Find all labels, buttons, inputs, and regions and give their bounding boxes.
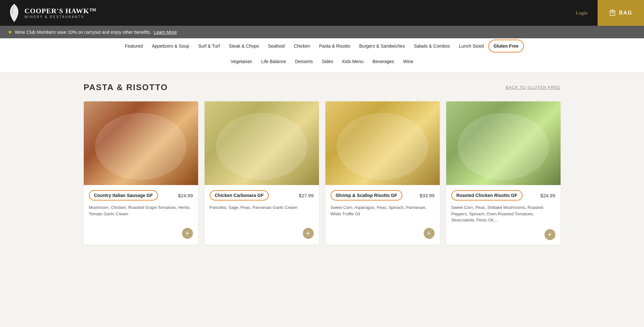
brand-name: COOPER'S HAWK™ — [24, 7, 97, 15]
add-to-bag-button-item3[interactable]: + — [424, 228, 435, 239]
card-footer-item1: + — [84, 225, 198, 243]
card-desc-item3: Sweet Corn, Asparagus, Peas, Spinach, Pa… — [331, 204, 435, 222]
nav-item-sides[interactable]: Sides — [317, 54, 338, 69]
menu-card-item4: Roasted Chicken Risotto GF $24.99 Sweet … — [446, 101, 561, 245]
header-right: Login BAG — [566, 0, 644, 26]
card-title-row-item2: Chicken Carbonara GF $27.99 — [210, 190, 314, 201]
nav-item-appetizers[interactable]: Appetizers & Soup — [147, 38, 194, 54]
nav-item-burgers[interactable]: Burgers & Sandwiches — [355, 38, 409, 54]
card-title-item2: Chicken Carbonara GF — [210, 190, 269, 201]
card-price-item2: $27.99 — [299, 193, 314, 198]
card-title-row-item3: Shrimp & Scallop Risotto GF $33.99 — [331, 190, 435, 201]
nav-item-life-balance[interactable]: Life Balance — [257, 54, 291, 69]
food-image-item1 — [84, 101, 198, 185]
nav-row-2: VegetarianLife BalanceDessertsSidesKids … — [0, 54, 644, 72]
banner-text: Wine Club Members save 10% on carryout a… — [15, 30, 151, 35]
logo-text: COOPER'S HAWK™ WINERY & RESTAURANTS — [24, 7, 97, 18]
site-header: COOPER'S HAWK™ WINERY & RESTAURANTS Logi… — [0, 0, 644, 26]
nav-item-seafood[interactable]: Seafood — [264, 38, 289, 54]
nav-item-kids[interactable]: Kids Menu — [338, 54, 368, 69]
back-to-gluten-free-link[interactable]: BACK TO GLUTEN FREE — [505, 85, 560, 90]
card-title-item1: Country Italian Sausage GF — [89, 190, 158, 201]
menu-grid: Country Italian Sausage GF $24.99 Mushro… — [84, 101, 561, 245]
nav-item-chicken[interactable]: Chicken — [289, 38, 315, 54]
card-body-item3: Shrimp & Scallop Risotto GF $33.99 Sweet… — [325, 185, 440, 225]
card-body-item1: Country Italian Sausage GF $24.99 Mushro… — [84, 185, 198, 225]
nav-item-pasta[interactable]: Pasta & Risotto — [315, 38, 355, 54]
card-body-item2: Chicken Carbonara GF $27.99 Pancetta, Sa… — [205, 185, 319, 225]
section-title: PASTA & RISOTTO — [84, 82, 168, 92]
food-image-item2 — [205, 101, 319, 185]
bag-label: BAG — [619, 10, 632, 16]
bag-button[interactable]: BAG — [598, 0, 644, 26]
card-title-row-item1: Country Italian Sausage GF $24.99 — [89, 190, 193, 201]
add-to-bag-button-item1[interactable]: + — [182, 228, 193, 239]
card-price-item4: $24.99 — [541, 193, 555, 198]
card-desc-item1: Mushroom, Chicken, Roasted Grape Tomatoe… — [89, 204, 193, 222]
card-title-row-item4: Roasted Chicken Risotto GF $24.99 — [451, 190, 555, 201]
nav-item-surf-turf[interactable]: Surf & Turf — [194, 38, 224, 54]
add-to-bag-button-item4[interactable]: + — [544, 229, 555, 240]
login-button[interactable]: Login — [566, 0, 598, 26]
brand-sub: WINERY & RESTAURANTS — [24, 15, 97, 19]
card-title-item4: Roasted Chicken Risotto GF — [451, 190, 523, 201]
nav-item-lunch[interactable]: Lunch Sized — [455, 38, 488, 54]
main-nav: FeaturedAppetizers & SoupSurf & TurfStea… — [0, 38, 644, 73]
star-icon: ★ — [8, 29, 12, 35]
card-price-item1: $24.99 — [178, 193, 193, 198]
nav-item-wine[interactable]: Wine — [399, 54, 418, 69]
menu-card-item3: Shrimp & Scallop Risotto GF $33.99 Sweet… — [325, 101, 440, 245]
card-footer-item3: + — [325, 225, 440, 243]
nav-item-gluten[interactable]: Gluten Free — [488, 40, 524, 52]
card-price-item3: $33.99 — [420, 193, 435, 198]
main-content: PASTA & RISOTTO BACK TO GLUTEN FREE Coun… — [74, 73, 570, 254]
nav-item-salads[interactable]: Salads & Combos — [409, 38, 455, 54]
nav-item-beverages[interactable]: Beverages — [368, 54, 399, 69]
nav-item-vegetarian[interactable]: Vegetarian — [226, 54, 257, 69]
section-header: PASTA & RISOTTO BACK TO GLUTEN FREE — [84, 82, 561, 92]
food-image-item4 — [446, 101, 561, 185]
card-body-item4: Roasted Chicken Risotto GF $24.99 Sweet … — [446, 185, 561, 227]
menu-card-item1: Country Italian Sausage GF $24.99 Mushro… — [84, 101, 198, 245]
promo-banner: ★ Wine Club Members save 10% on carryout… — [0, 26, 644, 38]
learn-more-link[interactable]: Learn More — [154, 30, 177, 35]
add-to-bag-button-item2[interactable]: + — [303, 228, 314, 239]
nav-row-1: FeaturedAppetizers & SoupSurf & TurfStea… — [0, 38, 644, 54]
menu-card-item2: Chicken Carbonara GF $27.99 Pancetta, Sa… — [205, 101, 319, 245]
nav-item-desserts[interactable]: Desserts — [291, 54, 317, 69]
logo-area[interactable]: COOPER'S HAWK™ WINERY & RESTAURANTS — [8, 3, 97, 23]
nav-item-steak[interactable]: Steak & Chops — [224, 38, 263, 54]
card-footer-item2: + — [205, 225, 319, 243]
food-image-item3 — [325, 101, 440, 185]
card-desc-item2: Pancetta, Sage, Peas, Parmesan Garlic Cr… — [210, 204, 314, 222]
card-footer-item4: + — [446, 227, 561, 245]
card-title-item3: Shrimp & Scallop Risotto GF — [331, 190, 402, 201]
card-desc-item4: Sweet Corn, Peas, Shiitake Mushrooms, Ro… — [451, 204, 555, 223]
nav-item-featured[interactable]: Featured — [120, 38, 147, 54]
bag-icon — [609, 10, 616, 16]
logo-icon — [8, 3, 21, 23]
